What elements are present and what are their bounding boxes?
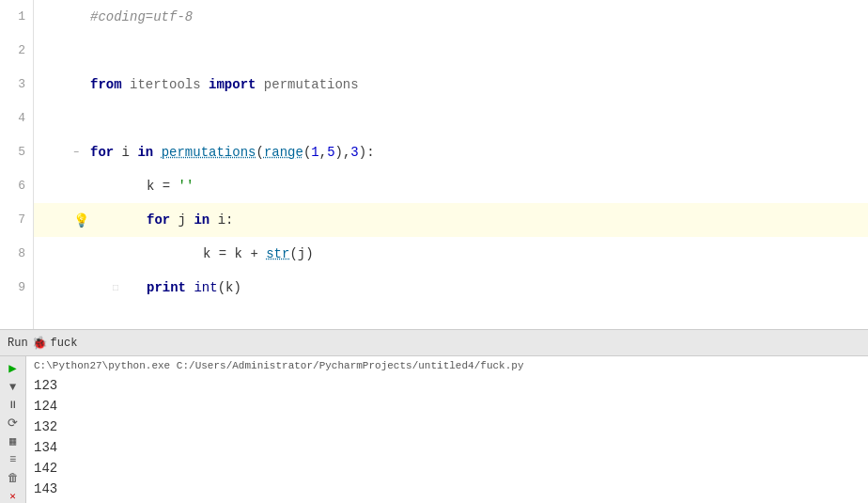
code-line-7: 💡 for j in i: [34, 203, 868, 237]
output-line-2: 124 [34, 396, 860, 417]
grid-button[interactable]: ▦ [3, 434, 23, 448]
code-line-5: − for i in permutations ( range ( 1 , 5 … [34, 135, 868, 169]
output-line-5: 142 [34, 458, 860, 479]
code-token: str [266, 246, 289, 261]
code-token: j [298, 246, 305, 261]
code-token: 3 [350, 145, 358, 160]
list-button[interactable]: ≡ [3, 453, 23, 467]
code-token: #coding=utf-8 [90, 9, 193, 24]
line-number-1: 1 [0, 0, 33, 34]
code-token: , [319, 145, 327, 160]
code-line-6: k = '' [34, 169, 868, 203]
code-token: itertools [122, 77, 209, 92]
run-tab[interactable]: Run 🐞 fuck [0, 330, 868, 356]
code-token: ) [305, 246, 313, 261]
line-number-3: 3 [0, 68, 33, 102]
run-button[interactable]: ▶ [3, 360, 23, 376]
code-token: ) [335, 145, 343, 160]
line-number-8: 8 [0, 237, 33, 271]
code-token: import [209, 77, 256, 92]
line-number-5: 5 [0, 135, 33, 169]
code-line-9: □ print int (k) [34, 271, 868, 305]
code-content[interactable]: #coding=utf-8 from itertools import perm… [34, 0, 868, 329]
command-path: C:\Python27\python.exe C:/Users/Administ… [34, 360, 860, 371]
run-toolbar: ▶ ▼ ⏸ ⟳ ▦ ≡ 🗑 ✕ [0, 356, 26, 503]
code-token: in [137, 145, 153, 160]
line-numbers: 1 2 3 4 5 6 7 8 9 [0, 0, 34, 329]
code-token: ): [359, 145, 375, 160]
code-line-8: k = k + str ( j ) [34, 237, 868, 271]
code-token: k = k + [203, 246, 266, 261]
output-line-4: 134 [34, 437, 860, 458]
run-output: C:\Python27\python.exe C:/Users/Administ… [26, 356, 868, 503]
code-line-4 [34, 102, 868, 135]
line-number-9: 9 [0, 271, 33, 305]
output-line-7: 213 [34, 499, 860, 503]
reload-button[interactable]: ⟳ [3, 416, 23, 431]
lightbulb-icon-7[interactable]: 💡 [73, 212, 89, 228]
code-token: 1 [311, 145, 318, 160]
code-token: ( [256, 145, 263, 160]
code-token: for [90, 145, 114, 160]
line-number-4: 4 [0, 102, 33, 135]
delete-button[interactable]: 🗑 [3, 471, 23, 485]
line-number-7: 7 [0, 203, 33, 237]
stop-button[interactable]: ✕ [3, 489, 23, 503]
code-token: j [170, 212, 194, 228]
line-number-6: 6 [0, 169, 33, 203]
run-content: ▶ ▼ ⏸ ⟳ ▦ ≡ 🗑 ✕ C:\Python27\python.exe C… [0, 356, 868, 503]
code-token: for [147, 212, 170, 228]
code-token: permutations [256, 77, 358, 92]
output-line-3: 132 [34, 417, 860, 437]
code-token: in [194, 212, 209, 228]
code-token: int [194, 280, 217, 295]
down-button[interactable]: ▼ [3, 380, 23, 394]
pause-button[interactable]: ⏸ [3, 398, 23, 412]
code-token: ( [289, 246, 297, 261]
code-token: , [343, 145, 350, 160]
code-line-3: from itertools import permutations [34, 68, 868, 102]
editor-area: 1 2 3 4 5 6 7 8 9 #coding=utf-8 from ite… [0, 0, 868, 329]
code-line-2 [34, 34, 868, 68]
code-token [186, 280, 194, 295]
run-panel: Run 🐞 fuck ▶ ▼ ⏸ ⟳ ▦ ≡ 🗑 ✕ C:\Python27\p… [0, 329, 868, 503]
code-token [153, 145, 161, 160]
code-token: 5 [327, 145, 334, 160]
code-token: k = [147, 179, 178, 194]
code-line-1: #coding=utf-8 [34, 0, 868, 34]
code-token: i [114, 145, 137, 160]
code-token: '' [178, 179, 194, 194]
run-tab-icon: 🐞 [32, 336, 47, 351]
output-line-6: 143 [34, 479, 860, 499]
fold-icon-9[interactable]: □ [113, 283, 118, 293]
code-token: (k) [218, 280, 241, 295]
code-token: i: [209, 212, 233, 228]
line-number-2: 2 [0, 34, 33, 68]
fold-icon-5[interactable]: − [73, 148, 79, 158]
run-label: Run [8, 337, 28, 350]
code-token: ( [303, 145, 311, 160]
run-filename: fuck [51, 337, 78, 350]
run-tab-label: Run 🐞 fuck [8, 336, 77, 351]
code-token: print [147, 280, 186, 295]
output-line-1: 123 [34, 375, 860, 396]
code-token: range [264, 145, 303, 160]
code-token: permutations [162, 145, 256, 160]
code-token: from [90, 77, 122, 92]
